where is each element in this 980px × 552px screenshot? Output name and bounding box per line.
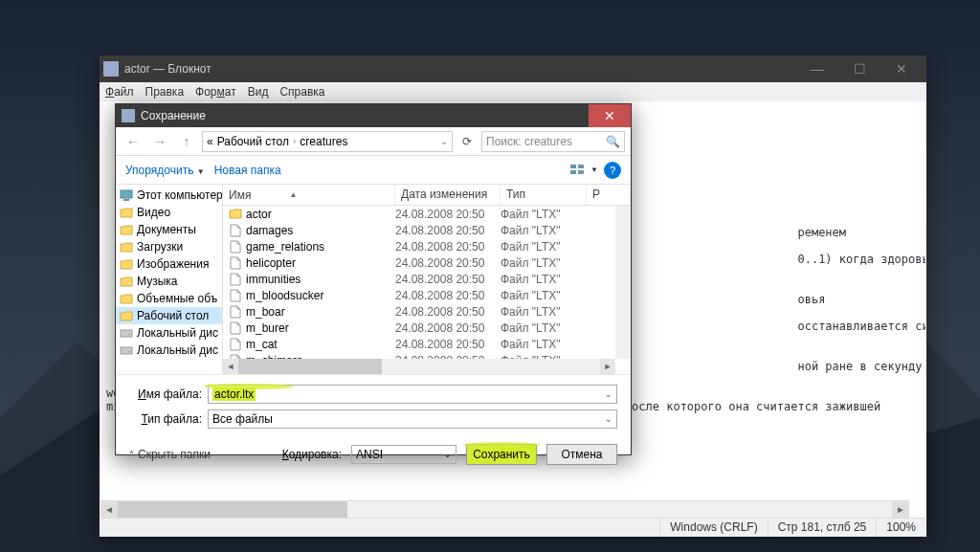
menu-help[interactable]: Справка (279, 85, 324, 99)
file-icon (229, 240, 242, 254)
chevron-down-icon[interactable]: ⌄ (440, 136, 448, 146)
tree-item[interactable]: Объемные объ (116, 290, 222, 307)
scroll-thumb[interactable] (238, 359, 382, 374)
svg-rect-9 (123, 199, 129, 201)
file-date: 24.08.2008 20:50 (395, 321, 501, 335)
file-row[interactable]: m_boar24.08.2008 20:50Файл "LTX" (223, 303, 631, 320)
folder-icon (120, 207, 133, 218)
tree-item[interactable]: Музыка (116, 273, 222, 290)
filename-input[interactable]: actor.ltx ⌄ (208, 385, 617, 404)
file-row[interactable]: m_burer24.08.2008 20:50Файл "LTX" (223, 320, 631, 336)
scroll-right-icon[interactable]: ► (892, 501, 909, 519)
tree-item[interactable]: Этот компьютер (116, 187, 222, 204)
maximize-button[interactable]: ☐ (838, 55, 880, 82)
folder-tree[interactable]: Этот компьютерВидеоДокументыЗагрузкиИзоб… (116, 185, 223, 374)
tree-item[interactable]: Локальный дис (116, 342, 222, 359)
file-list: Имя▲ Дата изменения Тип Р actor24.08.200… (223, 185, 631, 374)
file-name: actor (246, 208, 272, 221)
chevron-down-icon[interactable]: ⌄ (605, 389, 612, 399)
file-row[interactable]: game_relations24.08.2008 20:50Файл "LTX" (223, 238, 631, 254)
tree-item-label: Рабочий стол (137, 309, 209, 322)
file-row[interactable]: actor24.08.2008 20:50Файл "LTX" (223, 206, 631, 222)
chevron-down-icon[interactable]: ⌄ (605, 414, 612, 424)
refresh-button[interactable]: ⟳ (457, 131, 478, 152)
file-row[interactable]: m_cat24.08.2008 20:50Файл "LTX" (223, 336, 631, 352)
help-button[interactable]: ? (604, 162, 621, 179)
chevron-down-icon[interactable]: ▼ (590, 166, 598, 174)
svg-rect-5 (570, 170, 576, 174)
tree-item[interactable]: Рабочий стол (116, 307, 222, 324)
file-type: Файл "LTX" (501, 338, 587, 351)
svg-rect-4 (570, 165, 576, 168)
file-date: 24.08.2008 20:50 (395, 289, 501, 302)
dialog-titlebar[interactable]: Сохранение ✕ (116, 104, 631, 127)
svg-rect-10 (121, 330, 132, 337)
view-options-button[interactable] (569, 163, 585, 178)
scroll-left-icon[interactable]: ◄ (100, 501, 118, 519)
menu-edit[interactable]: Правка (145, 85, 185, 99)
file-date: 24.08.2008 20:50 (395, 208, 501, 221)
dialog-close-button[interactable]: ✕ (589, 104, 631, 127)
chevron-down-icon[interactable]: ⌄ (444, 450, 452, 459)
svg-rect-12 (121, 347, 132, 354)
menu-view[interactable]: Вид (248, 85, 269, 99)
column-name[interactable]: Имя▲ (223, 185, 395, 205)
tree-item-label: Объемные объ (137, 292, 217, 305)
menu-file[interactable]: Файл (105, 85, 134, 99)
tree-item[interactable]: Локальный дис (116, 324, 222, 342)
notepad-titlebar[interactable]: actor — Блокнот — ☐ ✕ (100, 55, 926, 82)
breadcrumb-item[interactable]: creatures (300, 135, 347, 148)
column-size[interactable]: Р (587, 185, 631, 205)
nav-back-button[interactable]: ← (122, 131, 145, 152)
notepad-hscrollbar[interactable]: ◄ ► (100, 500, 909, 518)
file-row[interactable]: m_bloodsucker24.08.2008 20:50Файл "LTX" (223, 287, 631, 303)
file-row[interactable]: damages24.08.2008 20:50Файл "LTX" (223, 222, 631, 238)
tree-item[interactable]: Документы (116, 221, 222, 238)
tree-item[interactable]: Изображения (116, 255, 222, 273)
search-input[interactable]: Поиск: creatures 🔍 (481, 131, 625, 152)
scroll-thumb[interactable] (118, 501, 347, 519)
filetype-label: Тип файла: (129, 412, 208, 426)
file-icon (229, 321, 242, 335)
tree-item[interactable]: Загрузки (116, 238, 222, 255)
tree-item-label: Видео (137, 206, 170, 219)
new-folder-button[interactable]: Новая папка (214, 164, 281, 177)
close-button[interactable]: ✕ (880, 55, 923, 82)
file-row[interactable]: immunities24.08.2008 20:50Файл "LTX" (223, 271, 631, 287)
dialog-footer: ˄ Скрыть папки Кодировка: ANSI ⌄ Сохрани… (116, 438, 631, 471)
filetype-select[interactable]: Все файлы ⌄ (208, 409, 617, 429)
file-name: game_relations (246, 240, 324, 254)
notepad-title: actor — Блокнот (124, 62, 796, 76)
nav-up-button[interactable]: ↑ (175, 131, 198, 152)
breadcrumb-item[interactable]: Рабочий стол (217, 135, 289, 148)
encoding-select[interactable]: ANSI ⌄ (351, 445, 457, 464)
dialog-toolbar: Упорядочить ▼ Новая папка ▼ ? (116, 156, 631, 185)
scroll-left-icon[interactable]: ◄ (223, 359, 238, 374)
folder-icon (120, 310, 133, 321)
file-row[interactable]: helicopter24.08.2008 20:50Файл "LTX" (223, 254, 631, 271)
file-date: 24.08.2008 20:50 (395, 338, 501, 351)
menu-format[interactable]: Формат (195, 85, 236, 99)
pc-icon (120, 189, 133, 201)
notepad-icon (103, 61, 119, 77)
file-name: m_cat (246, 338, 278, 351)
folder-icon (120, 241, 133, 253)
organize-button[interactable]: Упорядочить ▼ (125, 164, 205, 177)
scroll-right-icon[interactable]: ► (600, 359, 615, 374)
column-type[interactable]: Тип (501, 185, 587, 205)
file-type: Файл "LTX" (501, 305, 587, 319)
column-date[interactable]: Дата изменения (395, 185, 501, 205)
cancel-button[interactable]: Отмена (546, 444, 617, 465)
file-type: Файл "LTX" (501, 240, 587, 254)
tree-item[interactable]: Видео (116, 204, 222, 221)
list-hscrollbar[interactable]: ◄ ► (223, 359, 615, 374)
file-date: 24.08.2008 20:50 (395, 273, 501, 286)
minimize-button[interactable]: — (796, 55, 838, 82)
hide-folders-button[interactable]: ˄ Скрыть папки (129, 448, 211, 461)
file-icon (229, 305, 242, 319)
breadcrumb[interactable]: « Рабочий стол › creatures ⌄ (202, 131, 453, 152)
file-type: Файл "LTX" (501, 289, 587, 302)
list-vscrollbar[interactable] (615, 206, 631, 359)
save-dialog: Сохранение ✕ ← → ↑ « Рабочий стол › crea… (115, 103, 632, 455)
save-button[interactable]: Сохранить (466, 444, 537, 465)
